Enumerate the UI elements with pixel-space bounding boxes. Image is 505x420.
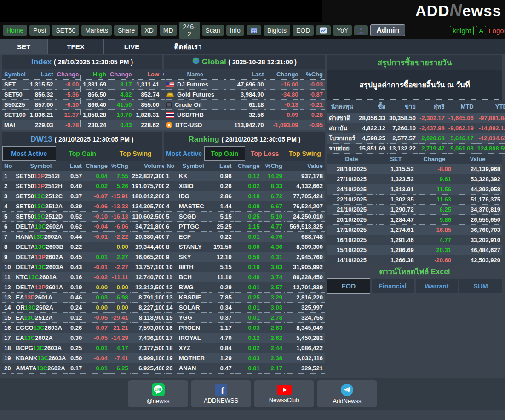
ranking-row[interactable]: 2XBIO0.260.028.334,132,662	[164, 181, 325, 191]
global-row[interactable]: Gold Futures3,984.90-34.80-0.87	[164, 90, 325, 100]
daily-row[interactable]: 22/10/20251,302.3511.6351,176,375	[327, 195, 502, 205]
admin-button[interactable]: Admin	[370, 24, 405, 36]
dw-row[interactable]: 14OR13C2602A0.240.000.008,227,100	[2, 303, 167, 313]
index-row[interactable]: S50Z25857.00-6.10866.4041.50855.0030.10	[2, 100, 187, 110]
dw-row[interactable]: 3SET5013C2512C0.37-0.07-15.91180,012,200	[2, 191, 167, 201]
telegram-social-button[interactable]: AddNewss	[317, 380, 377, 407]
nav-item-share[interactable]: Share	[114, 25, 138, 36]
daily-row[interactable]: 17/10/20251,274.61-16.8536,760,703	[327, 225, 502, 235]
dw-row[interactable]: 7HANA13C2602A0.44-0.01-2.2220,380,400	[2, 232, 167, 242]
daily-row[interactable]: 21/10/20251,290.726.2534,370,819	[327, 205, 502, 215]
dw-tab-top-gain[interactable]: Top Gain	[56, 146, 109, 161]
main-tab-ติดต่อเรา[interactable]: ติดต่อเรา	[160, 39, 216, 54]
dw-row[interactable]: 15EA13C2512A0.12-0.05-29.418,118,900	[2, 313, 167, 323]
daily-row[interactable]: 27/10/20251,323.529.6153,328,392	[327, 174, 502, 184]
nav-item-info[interactable]: Info	[226, 25, 244, 36]
ranking-row[interactable]: 16PROEN1.170.032.638,345,049	[164, 323, 325, 333]
daily-row[interactable]: 20/10/20251,284.479.8626,555,650	[327, 215, 502, 225]
eod-button[interactable]: EOD	[327, 278, 370, 294]
dw-row[interactable]: 16EGCO13C2603A0.26-0.07-21.217,593,000	[2, 323, 167, 333]
ranking-row[interactable]: 20ANAN0.470.012.17329,521	[164, 363, 325, 374]
investor-row[interactable]: รายย่อย15,851.6913,132.222,719.475,061.0…	[327, 144, 505, 154]
dw-row[interactable]: 9DELTA13P2602A0.450.012.2716,065,200	[2, 252, 167, 262]
daily-row[interactable]: 24/10/20251,313.9111.5644,292,958	[327, 184, 502, 195]
nav-item-markets[interactable]: Markets	[81, 25, 112, 36]
nav-item-set50[interactable]: SET50	[52, 25, 79, 36]
user-icon-button[interactable]	[354, 25, 368, 35]
daily-row[interactable]: 14/10/20251,266.38-20.6042,503,920	[327, 255, 502, 265]
main-tab-live[interactable]: LIVE	[103, 39, 160, 54]
nav-item-yoy[interactable]: YoY	[333, 25, 352, 36]
global-row[interactable]: DJ Futures47,696.00-16.00-0.03	[164, 80, 325, 90]
warrant-button[interactable]: Warrant	[415, 278, 459, 294]
index-row[interactable]: SET1,315.52-8.001,331.698.171,311.41-12.…	[2, 80, 187, 90]
nav-item-eod[interactable]: EOD	[293, 25, 314, 36]
dw-row[interactable]: 11KTC13C2601A0.16-0.02-11.1112,740,700	[2, 272, 167, 282]
dw-row[interactable]: 17EA13C2602A0.30-0.05-14.297,436,100	[2, 333, 167, 343]
excel-download-link[interactable]: ดาวน์โหลดไฟล์ Excel	[327, 265, 502, 278]
dw-row[interactable]: 6DELTA13C2602A0.62-0.04-6.0634,721,800	[2, 222, 167, 232]
chart-icon-button[interactable]	[316, 25, 331, 35]
youtube-social-button[interactable]: NewssClub	[254, 380, 314, 407]
dw-row[interactable]: 5SET5013C2512D0.52-0.10-16.13110,602,500	[2, 212, 167, 222]
global-row[interactable]: Crude Oil61.18-0.13-0.21	[164, 100, 325, 110]
nav-item-scan[interactable]: Scan	[202, 25, 224, 36]
daily-row[interactable]: 15/10/20251,286.6920.3146,484,627	[327, 245, 502, 255]
main-tab-set[interactable]: SET	[0, 39, 47, 54]
ranking-row[interactable]: 19MOTHER1.290.032.386,032,116	[164, 353, 325, 363]
ranking-row[interactable]: 1088TH5.150.193.8331,905,992	[164, 262, 325, 272]
facebook-social-button[interactable]: fADDNEWSS	[191, 380, 251, 407]
ranking-tab-top-loss[interactable]: Top Loss	[245, 146, 285, 161]
nav-item-md[interactable]: MD	[160, 25, 177, 36]
dw-row[interactable]: 1SET5013P2512I0.570.047.55252,837,300	[2, 171, 167, 181]
ranking-row[interactable]: 9SKY12.100.504.312,945,760	[164, 252, 325, 262]
nav-item-home[interactable]: Home	[3, 25, 27, 36]
sum-button[interactable]: SUM	[459, 278, 502, 294]
user-badge[interactable]: A	[476, 26, 486, 35]
ranking-row[interactable]: 18XYZ0.840.022.441,086,422	[164, 343, 325, 353]
ranking-row[interactable]: 15YGG0.370.012.78324,755	[164, 313, 325, 323]
calendar-icon-button[interactable]	[247, 25, 261, 35]
dw-tab-most-active[interactable]: Most Active	[2, 146, 56, 161]
ranking-row[interactable]: 1KK0.960.1214.29937,178	[164, 171, 325, 181]
investor-row[interactable]: สถาบัน4,822.127,260.10-2,437.98-9,062.19…	[327, 123, 505, 133]
dw-row[interactable]: 13EA13P2601A0.460.036.988,791,100	[2, 293, 167, 303]
nav-item-xd[interactable]: XD	[141, 25, 157, 36]
ranking-tab-top-gain[interactable]: Top Gain	[204, 146, 245, 161]
ranking-row[interactable]: 13KBSPIF7.850.253.292,816,220	[164, 293, 325, 303]
daily-row[interactable]: 28/10/20251,315.52-8.0024,139,968	[327, 164, 502, 174]
username-chip[interactable]: knight	[450, 26, 474, 35]
financial-button[interactable]: Financial	[371, 278, 414, 294]
index-row[interactable]: MAI229.03-0.78230.240.43228.62-1.19	[2, 120, 187, 130]
index-row[interactable]: SET1001,836.21-11.371,858.2810.701,828.3…	[2, 110, 187, 120]
dw-row[interactable]: 20AMATA13C2602A0.170.016.256,925,400	[2, 363, 167, 374]
global-row[interactable]: BBTC-USD113,942.70-1,093.09-0.95	[164, 120, 325, 130]
ranking-row[interactable]: 11BCH11.100.403.7480,228,450	[164, 272, 325, 282]
dw-row[interactable]: 8DELTA13C2603B0.220.0019,344,400	[2, 242, 167, 252]
nav-item-246-2[interactable]: 246-2	[179, 21, 200, 40]
investor-row[interactable]: โบรกเกอร์4,598.252,577.572,020.685,646.1…	[327, 133, 505, 144]
ranking-row[interactable]: 3IDG2.860.186.7277,705,424	[164, 191, 325, 201]
global-row[interactable]: USD/THB32.56-0.09-0.28	[164, 110, 325, 120]
dw-tab-top-swing[interactable]: Top Swing	[109, 146, 162, 161]
dw-row[interactable]: 19KBANK13C2603A0.50-0.04-7.416,999,100	[2, 353, 167, 363]
dw-row[interactable]: 2SET5013P2512H0.400.025.26191,075,700	[2, 181, 167, 191]
ranking-row[interactable]: 12BWG0.290.013.5712,701,839	[164, 282, 325, 293]
ranking-tab-most-active[interactable]: Most Active	[164, 146, 204, 161]
dw-row[interactable]: 4SET5013C2512A0.39-0.06-13.33134,305,700	[2, 201, 167, 212]
line-social-button[interactable]: LINE@newss	[128, 380, 188, 407]
ranking-tab-top-swing[interactable]: Top Swing	[285, 146, 325, 161]
logout-link[interactable]: Logout	[488, 27, 505, 35]
ranking-row[interactable]: 17IROYAL4.700.122.625,450,282	[164, 333, 325, 343]
dw-row[interactable]: 18BCPG13C2603A0.250.014.177,377,500	[2, 343, 167, 353]
main-tab-tfex[interactable]: TFEX	[47, 39, 103, 54]
ranking-row[interactable]: 7ECF0.220.014.76688,748	[164, 232, 325, 242]
investor-row[interactable]: ต่างชาติ28,056.3330,358.50-2,302.17-1,64…	[327, 113, 505, 123]
daily-row[interactable]: 16/10/20251,291.464.7733,202,910	[327, 235, 502, 245]
dw-row[interactable]: 12DELTA13P2601A0.190.000.0012,312,500	[2, 282, 167, 293]
ranking-row[interactable]: 5SCGD5.150.255.1024,250,010	[164, 212, 325, 222]
nav-item-post[interactable]: Post	[29, 25, 50, 36]
dw-row[interactable]: 10DELTA13C2603A0.43-0.01-2.2713,757,100	[2, 262, 167, 272]
ranking-row[interactable]: 6PTTGC25.251.154.77569,513,325	[164, 222, 325, 232]
ranking-row[interactable]: 14SOLAR0.340.013.03325,997	[164, 303, 325, 313]
